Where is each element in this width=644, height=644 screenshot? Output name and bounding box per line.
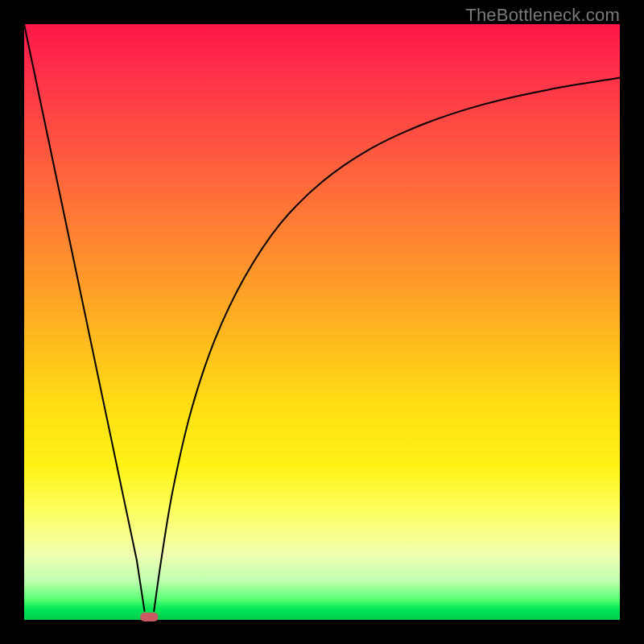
optimum-marker [140,613,158,621]
bottleneck-curve [24,24,620,611]
chart-frame: TheBottleneck.com [0,0,644,644]
plot-area [24,24,620,620]
watermark-text: TheBottleneck.com [465,5,620,26]
curve-layer [24,24,620,620]
